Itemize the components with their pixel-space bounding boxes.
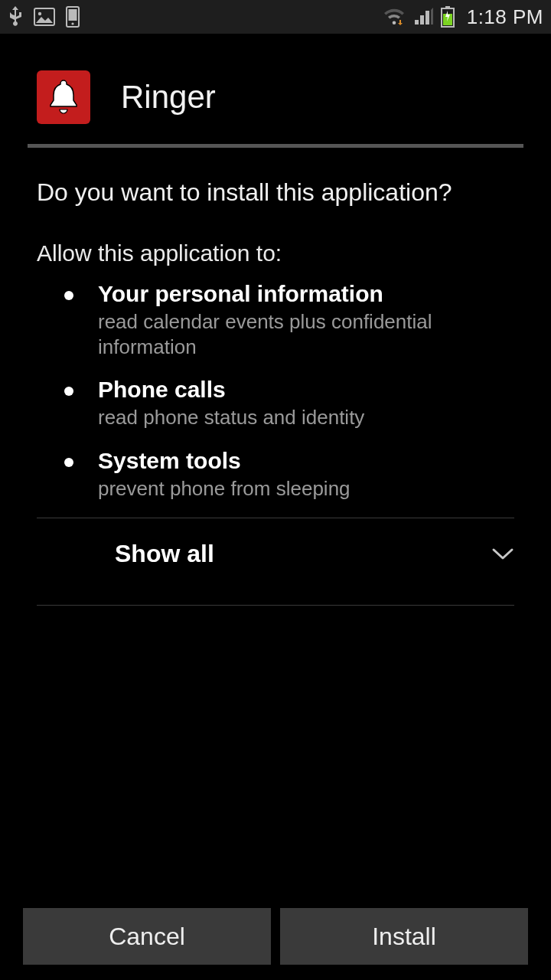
battery-charging-icon	[441, 6, 455, 28]
show-all-label: Show all	[115, 540, 214, 568]
app-icon	[37, 70, 90, 124]
show-all-button[interactable]: Show all	[0, 518, 551, 590]
permission-title: System tools	[98, 447, 507, 475]
cancel-button[interactable]: Cancel	[23, 908, 271, 965]
permission-item: System tools prevent phone from sleeping	[98, 447, 514, 501]
chevron-down-icon	[491, 547, 514, 561]
install-button[interactable]: Install	[280, 908, 528, 965]
divider	[37, 605, 514, 606]
bell-icon	[47, 79, 80, 116]
permission-item: Your personal information read calendar …	[98, 280, 514, 359]
button-bar: Cancel Install	[0, 908, 551, 965]
install-question: Do you want to install this application?	[37, 178, 514, 207]
phone-device-icon	[66, 6, 80, 28]
svg-point-1	[38, 12, 41, 15]
app-header: Ringer	[0, 34, 551, 144]
usb-icon	[8, 6, 23, 28]
permission-title: Phone calls	[98, 376, 507, 403]
permissions-list: Your personal information read calendar …	[37, 280, 514, 501]
image-icon	[34, 8, 55, 26]
wifi-icon	[383, 8, 406, 26]
permissions-heading: Allow this application to:	[37, 240, 514, 266]
permission-detail: read phone status and identity	[98, 405, 507, 430]
permission-item: Phone calls read phone status and identi…	[98, 376, 514, 430]
svg-point-3	[71, 22, 73, 24]
permission-title: Your personal information	[98, 280, 507, 308]
permission-detail: prevent phone from sleeping	[98, 476, 507, 501]
signal-icon	[413, 8, 433, 26]
header-divider	[28, 144, 523, 148]
svg-rect-4	[69, 9, 77, 21]
app-title: Ringer	[121, 79, 216, 116]
svg-rect-6	[445, 6, 450, 8]
permission-detail: read calendar events plus confidential i…	[98, 309, 507, 359]
status-clock: 1:18 PM	[467, 5, 543, 29]
status-bar: 1:18 PM	[0, 0, 551, 34]
install-prompt-content: Do you want to install this application?…	[0, 178, 551, 501]
